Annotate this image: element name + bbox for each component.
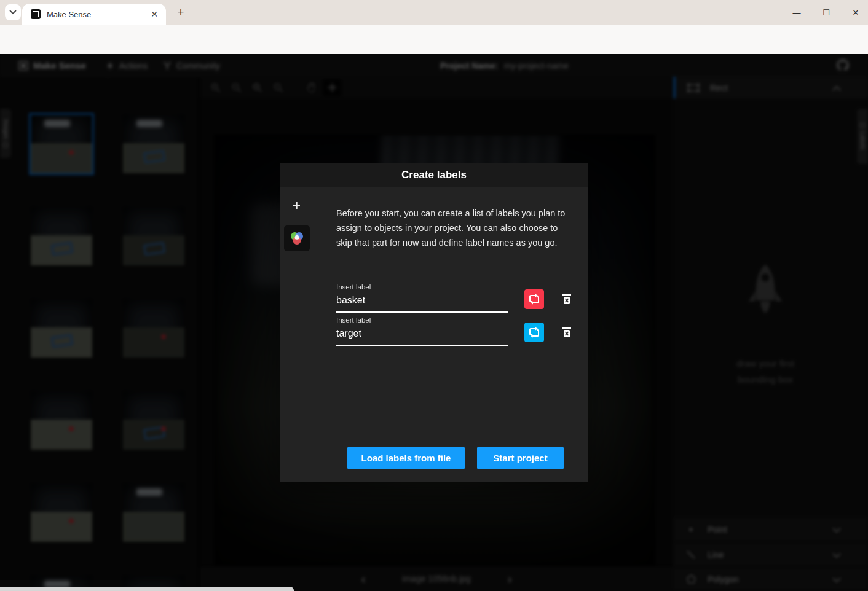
browser-window: Make Sense ✕ + — ☐ ✕ makesense.ai T (0, 0, 868, 591)
modal-side-rail: + (280, 187, 314, 433)
chevron-down-icon (9, 10, 17, 15)
browser-titlebar: Make Sense ✕ + — ☐ ✕ (0, 0, 868, 25)
label-row: Insert label (336, 316, 588, 346)
trash-icon (561, 326, 572, 339)
label-input[interactable] (336, 291, 508, 313)
trash-icon (561, 293, 572, 305)
palette-icon (289, 230, 305, 246)
status-bubble (0, 587, 294, 591)
add-label-button[interactable]: + (287, 196, 307, 216)
modal-title: Create labels (280, 163, 588, 187)
tab-title: Make Sense (47, 10, 149, 19)
browser-toolbar: makesense.ai Tp 2 C: ⋮ (0, 25, 868, 54)
makesense-favicon (31, 9, 41, 19)
maximize-button[interactable]: ☐ (820, 8, 832, 17)
page-content: Make Sense Actions Community Project Nam… (0, 54, 868, 591)
modal-description: Before you start, you can create a list … (314, 187, 588, 267)
delete-label-button[interactable] (559, 324, 575, 340)
palette-tab[interactable] (284, 225, 310, 251)
load-labels-button[interactable]: Load labels from file (347, 447, 465, 469)
repeat-icon (529, 327, 540, 338)
label-row: Insert label (336, 283, 588, 313)
close-button[interactable]: ✕ (850, 8, 862, 17)
tab-search-button[interactable] (5, 4, 21, 20)
insert-label-caption: Insert label (336, 316, 508, 324)
browser-tab[interactable]: Make Sense ✕ (22, 4, 166, 25)
create-labels-modal: Create labels + Before you start, you (280, 163, 588, 482)
randomize-color-button[interactable] (524, 289, 544, 309)
insert-label-caption: Insert label (336, 283, 508, 291)
tab-close-button[interactable]: ✕ (149, 9, 160, 20)
start-project-button[interactable]: Start project (477, 447, 564, 469)
modal-footer: Load labels from file Start project (280, 433, 588, 482)
label-input[interactable] (336, 324, 508, 346)
randomize-color-button[interactable] (524, 323, 544, 342)
delete-label-button[interactable] (559, 291, 575, 307)
repeat-icon (529, 294, 540, 305)
minimize-button[interactable]: — (791, 8, 803, 17)
new-tab-button[interactable]: + (173, 5, 188, 20)
